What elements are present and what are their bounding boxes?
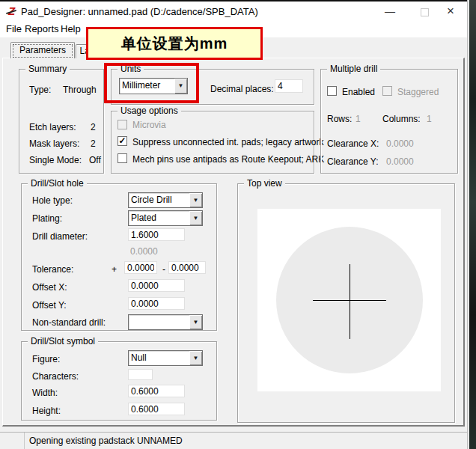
usage-options-group-title: Usage options <box>118 106 181 116</box>
top-view-group-title: Top view <box>244 178 285 189</box>
tolerance-label: Tolerance: <box>32 264 73 275</box>
enabled-label: Enabled <box>342 87 375 97</box>
drill-slot-hole-group: Drill/Slot hole Hole type: Circle Drill … <box>21 183 217 331</box>
close-icon: × <box>447 4 454 18</box>
annotation-callout: 单位设置为mm <box>86 27 263 60</box>
status-message: Opening existing padstack UNNAMED <box>29 436 183 446</box>
top-view-group: Top view <box>237 183 455 423</box>
etch-layers-value: 2 <box>91 122 96 132</box>
drill-diameter-label: Drill diameter: <box>32 231 88 242</box>
clearance-y-value: 0.0000 <box>386 156 414 167</box>
top-view-canvas <box>257 209 441 391</box>
characters-label: Characters: <box>32 371 79 382</box>
check-icon: ✓ <box>118 135 126 146</box>
microvia-checkbox <box>118 120 127 129</box>
drill-slot-symbol-group: Drill/Slot symbol Figure: Null ▼ Charact… <box>21 341 217 421</box>
non-standard-drill-label: Non-standard drill: <box>32 317 106 328</box>
tab-focus-rect <box>13 44 73 58</box>
symbol-width-label: Width: <box>32 388 58 398</box>
dropdown-arrow-icon: ▼ <box>193 355 199 361</box>
tolerance-minus-sign: - <box>162 264 165 275</box>
tab-parameters[interactable]: Parameters <box>10 42 75 58</box>
rows-value: 1 <box>356 114 361 124</box>
figure-label: Figure: <box>32 354 60 364</box>
dropdown-arrow-icon: ▼ <box>193 216 199 222</box>
minimize-button[interactable]: — <box>378 1 402 21</box>
minimize-icon: — <box>385 5 395 17</box>
close-button[interactable]: × <box>439 1 463 21</box>
maximize-button <box>412 1 436 21</box>
non-standard-drill-select[interactable]: ▼ <box>128 314 203 330</box>
drill-diameter-input[interactable] <box>128 228 185 241</box>
crosshair-vertical-line <box>350 264 350 339</box>
non-standard-drill-value[interactable] <box>129 315 189 329</box>
app-icon-glyph: Z <box>8 4 15 17</box>
tolerance-plus-sign: + <box>112 264 117 275</box>
clearance-x-label: Clearance X: <box>327 138 379 149</box>
hole-type-dropdown-button[interactable]: ▼ <box>189 193 202 207</box>
dropdown-arrow-icon: ▼ <box>193 320 199 326</box>
offset-y-input[interactable] <box>128 297 185 310</box>
mask-layers-label: Mask layers: <box>29 138 79 149</box>
offset-x-input[interactable] <box>128 279 185 292</box>
multiple-drill-group-title: Multiple drill <box>327 64 380 74</box>
tolerance-plus-input[interactable] <box>124 261 157 274</box>
symbol-width-input[interactable] <box>128 385 185 397</box>
app-icon: Z <box>5 4 18 17</box>
title-bar[interactable]: Z Pad_Designer: unnamed.pad (D:/cadence/… <box>0 1 469 21</box>
offset-x-label: Offset X: <box>32 282 67 293</box>
figure-select[interactable]: Null ▼ <box>128 350 203 366</box>
type-label: Type: <box>29 85 51 95</box>
offset-y-label: Offset Y: <box>32 300 67 311</box>
hole-type-value[interactable]: Circle Drill <box>129 193 189 207</box>
suppress-unconnected-checkbox[interactable]: ✓ <box>118 136 127 146</box>
summary-group: Summary Type: Through Etch layers: 2 Mas… <box>19 69 104 174</box>
plating-dropdown-button[interactable]: ▼ <box>189 211 202 225</box>
menu-file[interactable]: File <box>6 23 22 34</box>
annotation-highlight-rect <box>104 63 199 103</box>
mech-pins-checkbox[interactable] <box>118 153 127 163</box>
status-bar: Opening existing padstack UNNAMED <box>0 432 469 449</box>
tolerance-minus-input[interactable] <box>168 261 206 274</box>
type-value: Through <box>63 85 97 95</box>
figure-dropdown-button[interactable]: ▼ <box>189 351 202 365</box>
characters-input[interactable] <box>128 369 153 380</box>
decimal-places-input[interactable] <box>275 79 303 93</box>
etch-layers-label: Etch layers: <box>29 122 76 132</box>
columns-value: 1 <box>427 114 432 124</box>
status-bar-left-cell <box>0 433 25 449</box>
figure-value[interactable]: Null <box>129 351 189 365</box>
mech-pins-label: Mech pins use antipads as Route Keepout;… <box>132 154 324 165</box>
single-mode-label: Single Mode: <box>29 155 82 165</box>
mask-layers-value: 2 <box>91 138 96 149</box>
drill-slot-hole-group-title: Drill/Slot hole <box>28 178 87 189</box>
drill-slot-symbol-group-title: Drill/Slot symbol <box>28 336 98 346</box>
plating-select[interactable]: Plated ▼ <box>128 210 203 226</box>
window-title: Pad_Designer: unnamed.pad (D:/cadence/SP… <box>21 6 258 17</box>
staggered-label: Staggered <box>397 87 439 97</box>
single-mode-value: Off <box>89 155 101 165</box>
pad-designer-window: Z Pad_Designer: unnamed.pad (D:/cadence/… <box>0 0 476 449</box>
symbol-height-input[interactable] <box>128 403 185 415</box>
annotation-callout-text: 单位设置为mm <box>121 34 228 54</box>
summary-group-title: Summary <box>25 64 70 74</box>
slot-size-value: 0.0000 <box>130 246 158 257</box>
suppress-unconnected-label: Suppress unconnected int. pads; legacy a… <box>132 137 323 147</box>
usage-options-group: Usage options Microvia ✓ Suppress unconn… <box>111 111 314 174</box>
menu-reports[interactable]: Reports <box>25 23 59 34</box>
dropdown-arrow-icon: ▼ <box>193 198 199 204</box>
hole-type-select[interactable]: Circle Drill ▼ <box>128 192 203 208</box>
plating-label: Plating: <box>32 213 62 224</box>
clearance-y-label: Clearance Y: <box>327 156 379 167</box>
menu-help[interactable]: Help <box>61 23 81 34</box>
plating-value[interactable]: Plated <box>129 211 189 225</box>
enabled-checkbox[interactable] <box>327 86 337 96</box>
multiple-drill-group: Multiple drill Enabled Staggered Rows: 1… <box>320 69 458 174</box>
columns-label: Columns: <box>382 114 421 124</box>
crosshair-horizontal-line <box>313 300 386 301</box>
desktop-background-strip <box>469 0 476 449</box>
microvia-label: Microvia <box>132 120 166 130</box>
non-standard-drill-dropdown-button[interactable]: ▼ <box>189 315 202 329</box>
clearance-x-value: 0.0000 <box>386 138 414 149</box>
hole-type-label: Hole type: <box>32 195 73 206</box>
